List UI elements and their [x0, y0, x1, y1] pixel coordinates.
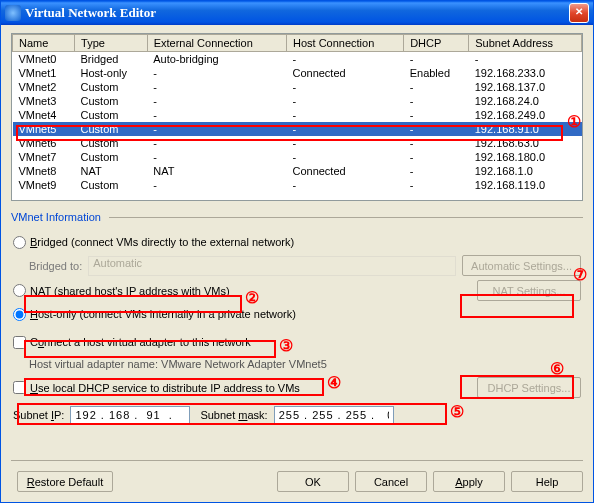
- table-row[interactable]: VMnet3Custom---192.168.24.0: [13, 94, 582, 108]
- table-cell: -: [286, 94, 403, 108]
- table-cell: -: [286, 122, 403, 136]
- column-header[interactable]: DHCP: [404, 35, 469, 52]
- table-cell: 192.168.24.0: [469, 94, 582, 108]
- bridged-to-label: Bridged to:: [29, 260, 82, 272]
- table-cell: -: [404, 108, 469, 122]
- table-cell: -: [286, 136, 403, 150]
- dhcp-settings-button: DHCP Settings...: [477, 377, 581, 398]
- nat-radio-label[interactable]: NAT (shared host's IP address with VMs): [13, 284, 230, 297]
- vmnet-info-label: VMnet Information: [11, 211, 583, 223]
- hostonly-radio-label[interactable]: Host-only (connect VMs internally in a p…: [13, 308, 296, 321]
- table-cell: Custom: [75, 178, 148, 192]
- adapter-name-label: Host virtual adapter name: VMware Networ…: [29, 358, 327, 370]
- subnet-ip-input[interactable]: [70, 406, 190, 424]
- table-row[interactable]: VMnet9Custom---192.168.119.0: [13, 178, 582, 192]
- table-row[interactable]: VMnet6Custom---192.168.63.0: [13, 136, 582, 150]
- table-row[interactable]: VMnet0BridgedAuto-bridging---: [13, 52, 582, 67]
- table-cell: -: [286, 108, 403, 122]
- table-cell: VMnet0: [13, 52, 75, 67]
- connect-host-check-label[interactable]: Connect a host virtual adapter to this n…: [13, 336, 251, 349]
- table-cell: VMnet1: [13, 66, 75, 80]
- table-cell: VMnet2: [13, 80, 75, 94]
- column-header[interactable]: Host Connection: [286, 35, 403, 52]
- nat-radio[interactable]: [13, 284, 26, 297]
- table-cell: -: [404, 178, 469, 192]
- table-cell: Custom: [75, 122, 148, 136]
- table-row[interactable]: VMnet5Custom---192.168.91.0: [13, 122, 582, 136]
- restore-default-button[interactable]: Restore Default: [17, 471, 113, 492]
- table-row[interactable]: VMnet2Custom---192.168.137.0: [13, 80, 582, 94]
- table-cell: VMnet8: [13, 164, 75, 178]
- connect-host-checkbox[interactable]: [13, 336, 26, 349]
- bridged-radio[interactable]: [13, 236, 26, 249]
- table-cell: Connected: [286, 164, 403, 178]
- table-cell: Custom: [75, 108, 148, 122]
- dialog-window: Virtual Network Editor ✕ NameTypeExterna…: [0, 0, 594, 503]
- help-button[interactable]: Help: [511, 471, 583, 492]
- table-cell: VMnet5: [13, 122, 75, 136]
- table-cell: -: [404, 150, 469, 164]
- table-cell: -: [404, 94, 469, 108]
- table-cell: -: [147, 136, 286, 150]
- cancel-button[interactable]: Cancel: [355, 471, 427, 492]
- table-row[interactable]: VMnet4Custom---192.168.249.0: [13, 108, 582, 122]
- table-row[interactable]: VMnet7Custom---192.168.180.0: [13, 150, 582, 164]
- button-bar: Restore Default OK Cancel Apply Help: [11, 460, 583, 492]
- close-button[interactable]: ✕: [569, 3, 589, 23]
- hostonly-radio[interactable]: [13, 308, 26, 321]
- automatic-settings-button: Automatic Settings...: [462, 255, 581, 276]
- table-cell: -: [147, 80, 286, 94]
- subnet-ip-label: Subnet IP:: [13, 409, 64, 421]
- ok-button[interactable]: OK: [277, 471, 349, 492]
- table-cell: -: [147, 66, 286, 80]
- table-cell: 192.168.137.0: [469, 80, 582, 94]
- bridged-text: Bridged (connect VMs directly to the ext…: [30, 236, 294, 248]
- table-cell: 192.168.63.0: [469, 136, 582, 150]
- column-header[interactable]: Subnet Address: [469, 35, 582, 52]
- table-cell: 192.168.119.0: [469, 178, 582, 192]
- table-cell: Host-only: [75, 66, 148, 80]
- table-cell: NAT: [147, 164, 286, 178]
- table-cell: -: [404, 52, 469, 67]
- table-cell: Custom: [75, 80, 148, 94]
- table-cell: -: [286, 80, 403, 94]
- table-row[interactable]: VMnet8NATNATConnected-192.168.1.0: [13, 164, 582, 178]
- column-header[interactable]: External Connection: [147, 35, 286, 52]
- column-header[interactable]: Type: [75, 35, 148, 52]
- table-cell: NAT: [75, 164, 148, 178]
- table-cell: Custom: [75, 94, 148, 108]
- table-cell: Custom: [75, 150, 148, 164]
- table-cell: -: [147, 108, 286, 122]
- table-cell: -: [147, 94, 286, 108]
- table-cell: -: [404, 164, 469, 178]
- table-cell: Connected: [286, 66, 403, 80]
- table-cell: -: [147, 178, 286, 192]
- table-row[interactable]: VMnet1Host-only-ConnectedEnabled192.168.…: [13, 66, 582, 80]
- table-cell: -: [147, 122, 286, 136]
- dhcp-text: Use local DHCP service to distribute IP …: [30, 382, 300, 394]
- table-cell: Bridged: [75, 52, 148, 67]
- bridged-radio-label[interactable]: Bridged (connect VMs directly to the ext…: [13, 236, 294, 249]
- table-cell: Auto-bridging: [147, 52, 286, 67]
- table-cell: -: [404, 80, 469, 94]
- table-cell: -: [404, 122, 469, 136]
- dhcp-checkbox[interactable]: [13, 381, 26, 394]
- titlebar[interactable]: Virtual Network Editor ✕: [1, 1, 593, 25]
- network-table[interactable]: NameTypeExternal ConnectionHost Connecti…: [11, 33, 583, 201]
- nat-text: NAT (shared host's IP address with VMs): [30, 285, 230, 297]
- table-cell: 192.168.233.0: [469, 66, 582, 80]
- table-cell: -: [469, 52, 582, 67]
- table-cell: -: [147, 150, 286, 164]
- table-cell: VMnet6: [13, 136, 75, 150]
- table-cell: 192.168.91.0: [469, 122, 582, 136]
- subnet-mask-input[interactable]: [274, 406, 394, 424]
- window-title: Virtual Network Editor: [25, 5, 156, 21]
- hostonly-text: Host-only (connect VMs internally in a p…: [30, 308, 296, 320]
- dhcp-check-label[interactable]: Use local DHCP service to distribute IP …: [13, 381, 300, 394]
- apply-button[interactable]: Apply: [433, 471, 505, 492]
- column-header[interactable]: Name: [13, 35, 75, 52]
- table-cell: 192.168.1.0: [469, 164, 582, 178]
- table-cell: VMnet9: [13, 178, 75, 192]
- table-cell: VMnet7: [13, 150, 75, 164]
- table-cell: -: [286, 150, 403, 164]
